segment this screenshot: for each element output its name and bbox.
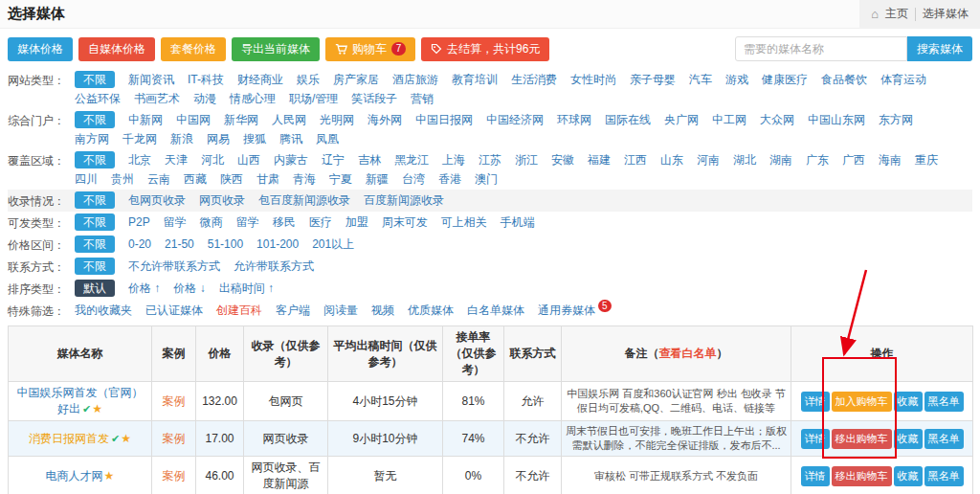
filter-selected-chip[interactable]: 不限 <box>75 236 115 253</box>
search-button[interactable]: 搜索媒体 <box>907 36 972 61</box>
filter-option[interactable]: 酒店旅游 <box>392 71 438 88</box>
filter-option[interactable]: 搜狐 <box>243 130 266 147</box>
filter-option[interactable]: 生活消费 <box>511 71 557 88</box>
filter-option[interactable]: P2P <box>128 213 150 231</box>
filter-option[interactable]: 北京 <box>128 151 151 168</box>
filter-option[interactable]: 书画艺术 <box>134 90 180 107</box>
filter-option[interactable]: 海外网 <box>368 111 402 128</box>
view-whitelist-link[interactable]: 查看白名单 <box>659 347 717 360</box>
filter-option[interactable]: 动漫 <box>193 90 216 107</box>
blacklist-button[interactable]: 黑名单 <box>924 466 964 486</box>
remove-from-cart-button[interactable]: 移出购物车 <box>832 429 892 449</box>
filter-option[interactable]: 西藏 <box>184 170 207 188</box>
blacklist-button[interactable]: 黑名单 <box>924 429 964 449</box>
filter-option[interactable]: 笑话段子 <box>351 90 397 107</box>
filter-option[interactable]: 0-20 <box>128 236 151 253</box>
filter-option[interactable]: 陕西 <box>220 170 243 188</box>
filter-option[interactable]: 职场/管理 <box>289 90 338 107</box>
filter-option[interactable]: 湖南 <box>769 151 792 168</box>
search-input[interactable] <box>735 36 907 61</box>
filter-option[interactable]: 中国经济网 <box>486 111 544 128</box>
filter-option[interactable]: 出稿时间 ↑ <box>219 280 274 297</box>
filter-option[interactable]: 山东 <box>660 151 683 168</box>
filter-option[interactable]: 内蒙古 <box>274 151 308 168</box>
filter-option[interactable]: 宁夏 <box>329 170 352 188</box>
filter-selected-chip[interactable]: 不限 <box>75 258 115 275</box>
filter-option[interactable]: 吉林 <box>358 151 381 168</box>
filter-option[interactable]: 周末可发 <box>382 213 428 231</box>
filter-option[interactable]: 201以上 <box>312 236 354 253</box>
filter-option[interactable]: 51-100 <box>208 236 243 253</box>
filter-option[interactable]: 娱乐 <box>297 71 320 88</box>
filter-option[interactable]: 留学 <box>164 213 187 231</box>
filter-option[interactable]: 海南 <box>879 151 902 168</box>
filter-option[interactable]: 贵州 <box>111 170 134 188</box>
remove-from-cart-button[interactable]: 移出购物车 <box>832 466 892 486</box>
filter-option[interactable]: 阅读量 <box>323 302 358 319</box>
filter-option[interactable]: 网页收录 <box>199 191 245 209</box>
package-price-button[interactable]: 套餐价格 <box>161 37 226 61</box>
filter-option[interactable]: 湖北 <box>733 151 756 168</box>
filter-selected-chip[interactable]: 不限 <box>75 191 115 209</box>
filter-option[interactable]: 青海 <box>293 170 316 188</box>
filter-option[interactable]: 可上相关 <box>441 213 487 231</box>
filter-option[interactable]: 甘肃 <box>256 170 279 188</box>
filter-option[interactable]: 江西 <box>624 151 647 168</box>
filter-option[interactable]: 21-50 <box>165 236 194 253</box>
filter-option[interactable]: 通用券媒体 <box>538 302 595 319</box>
filter-option[interactable]: 移民 <box>273 213 296 231</box>
filter-option[interactable]: 网易 <box>207 130 230 147</box>
cart-button[interactable]: 购物车7 <box>325 37 415 61</box>
filter-option[interactable]: 大众网 <box>760 111 794 128</box>
filter-option[interactable]: 包网页收录 <box>128 191 186 209</box>
filter-option[interactable]: 浙江 <box>515 151 538 168</box>
filter-option[interactable]: 河北 <box>201 151 224 168</box>
media-price-button[interactable]: 媒体价格 <box>8 37 73 61</box>
filter-option[interactable]: 上海 <box>442 151 465 168</box>
filter-option[interactable]: 福建 <box>588 151 611 168</box>
filter-option[interactable]: 山西 <box>237 151 260 168</box>
filter-option[interactable]: 天津 <box>165 151 188 168</box>
filter-option[interactable]: 人民网 <box>272 111 306 128</box>
filter-option[interactable]: 腾讯 <box>279 130 302 147</box>
filter-selected-chip[interactable]: 不限 <box>75 111 115 128</box>
media-name-link[interactable]: 中国娱乐网首发（官网）好出 <box>17 386 144 415</box>
filter-option[interactable]: 健康医疗 <box>762 71 808 88</box>
filter-option[interactable]: 已认证媒体 <box>145 302 203 319</box>
filter-option[interactable]: 101-200 <box>256 236 299 253</box>
filter-option[interactable]: IT-科技 <box>188 71 224 88</box>
filter-option[interactable]: 我的收藏夹 <box>75 302 132 319</box>
filter-selected-chip[interactable]: 不限 <box>75 213 115 231</box>
filter-option[interactable]: 四川 <box>75 170 98 188</box>
self-media-price-button[interactable]: 自媒体价格 <box>78 37 155 61</box>
filter-option[interactable]: 教育培训 <box>452 71 498 88</box>
filter-option[interactable]: 新疆 <box>366 170 389 188</box>
filter-option[interactable]: 创建百科 <box>216 302 262 319</box>
filter-option[interactable]: 环球网 <box>557 111 591 128</box>
filter-option[interactable]: 加盟 <box>345 213 368 231</box>
filter-option[interactable]: 辽宁 <box>322 151 345 168</box>
filter-option[interactable]: 游戏 <box>725 71 748 88</box>
filter-option[interactable]: 允许带联系方式 <box>234 258 314 275</box>
filter-option[interactable]: 千龙网 <box>122 130 157 147</box>
filter-option[interactable]: 价格 ↑ <box>128 280 160 297</box>
filter-option[interactable]: 不允许带联系方式 <box>128 258 220 275</box>
filter-option[interactable]: 百度新闻源收录 <box>364 191 444 209</box>
filter-option[interactable]: 广西 <box>842 151 865 168</box>
filter-option[interactable]: 国际在线 <box>605 111 651 128</box>
media-name-link[interactable]: 消费日报网首发 <box>29 432 109 445</box>
filter-option[interactable]: 新闻资讯 <box>128 71 174 88</box>
filter-option[interactable]: 营销 <box>411 90 434 107</box>
filter-option[interactable]: 公益环保 <box>75 90 121 107</box>
filter-option[interactable]: 情感心理 <box>230 90 276 107</box>
filter-option[interactable]: 房产家居 <box>333 71 379 88</box>
filter-option[interactable]: 视频 <box>371 302 394 319</box>
filter-option[interactable]: 中国日报网 <box>415 111 473 128</box>
filter-option[interactable]: 安徽 <box>551 151 574 168</box>
export-current-media-button[interactable]: 导出当前媒体 <box>232 37 320 61</box>
filter-option[interactable]: 南方网 <box>75 130 109 147</box>
add-to-cart-button[interactable]: 加入购物车 <box>832 392 892 412</box>
media-name-link[interactable]: 电商人才网 <box>46 469 103 483</box>
filter-option[interactable]: 价格 ↓ <box>173 280 205 297</box>
filter-option[interactable]: 留学 <box>236 213 259 231</box>
